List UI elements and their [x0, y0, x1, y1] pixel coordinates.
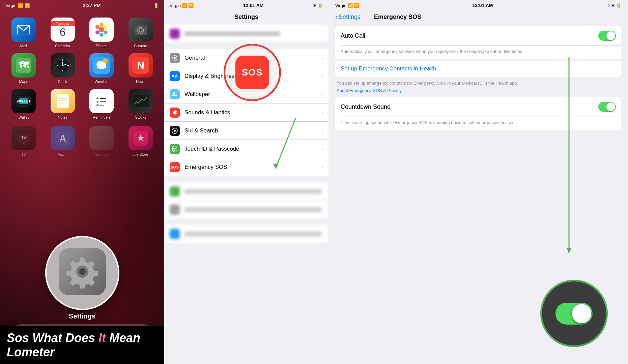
- app-stocks-label: Stocks: [135, 115, 146, 119]
- svg-point-41: [96, 104, 98, 106]
- svg-text:🗺: 🗺: [19, 60, 29, 70]
- wallet-icon: WALLET: [11, 89, 36, 113]
- pink-it-word: It: [98, 331, 106, 345]
- sos-carrier: Virgin: [335, 3, 346, 8]
- auto-call-label: Auto Call: [341, 32, 598, 39]
- p2-status-right: ✱ 🔋: [313, 3, 323, 8]
- p2-time: 12:01 AM: [243, 3, 264, 8]
- touchid-icon: [170, 144, 180, 154]
- svg-point-7: [99, 33, 104, 37]
- sos-red-circle: SOS: [224, 44, 281, 101]
- auto-call-toggle[interactable]: [598, 31, 616, 41]
- touchid-chevron: ›: [321, 146, 323, 152]
- p2-wifi: 🛜: [188, 3, 194, 8]
- settings-row-emergency-sos[interactable]: SOS Emergency SOS ›: [164, 158, 329, 176]
- panel-3-emergency-sos: Virgin 📶 🛜 12:01 AM ☽ ✱ 🔋 ‹ Settings Eme…: [329, 0, 628, 364]
- app-reminders[interactable]: Reminders: [85, 89, 119, 119]
- svg-line-72: [276, 118, 296, 169]
- app-settings-grid[interactable]: Settings: [85, 126, 119, 156]
- siri-icon: [170, 126, 180, 136]
- p2-blurred-icon: [170, 29, 180, 39]
- maps-icon: 🗺: [11, 53, 36, 78]
- sounds-icon: [170, 108, 180, 118]
- app-camera[interactable]: Camera: [124, 18, 158, 48]
- p2-blurred-row-3: ›: [164, 225, 329, 243]
- app-reminders-label: Reminders: [93, 115, 111, 119]
- p2-status-left: Virgin 📶 🛜: [170, 3, 194, 8]
- p2-blurred-row-1: ›: [164, 182, 329, 201]
- settings-row-touchid[interactable]: Touch ID & Passcode ›: [164, 140, 329, 158]
- p2-battery: 🔋: [318, 3, 323, 8]
- app-notes[interactable]: Notes: [46, 89, 80, 119]
- settings-circle-overlay: Settings: [45, 236, 119, 310]
- wallpaper-chevron: ›: [321, 91, 323, 97]
- auto-call-knob: [606, 31, 615, 40]
- section-gap-2: [164, 176, 329, 182]
- settings-circle: [45, 236, 119, 310]
- svg-point-28: [103, 59, 108, 63]
- green-arrow-container: [559, 54, 579, 264]
- p2-br1-text: [184, 189, 321, 194]
- sos-moon: ☽: [606, 3, 610, 8]
- wallpaper-icon: [170, 89, 180, 99]
- cal-day: 6: [60, 26, 66, 38]
- app-clock[interactable]: Clock: [46, 53, 80, 84]
- sos-back-button[interactable]: ‹ Settings: [335, 13, 361, 21]
- cal-month: Tuesday: [51, 21, 75, 26]
- carrier-label: Virgin: [5, 3, 17, 8]
- svg-text:N: N: [137, 60, 144, 71]
- p2-br3-text: [184, 232, 321, 236]
- svg-marker-75: [566, 248, 572, 253]
- sos-page-title: Emergency SOS: [374, 13, 421, 21]
- app-stocks[interactable]: Stocks: [124, 89, 158, 119]
- settings-row-sounds[interactable]: Sounds & Haptics ›: [164, 103, 329, 122]
- app-maps-label: Maps: [19, 80, 28, 84]
- sos-wifi: 🛜: [354, 3, 359, 8]
- sos-red-circle-overlay: SOS: [224, 44, 281, 101]
- toggle-large-knob: [572, 304, 591, 323]
- settings-gear-icon: [59, 248, 106, 295]
- app-camera-label: Camera: [134, 44, 147, 48]
- privacy-link-text: About Emergency SOS & Privacy: [337, 88, 402, 93]
- app-wallet-label: Wallet: [19, 115, 29, 119]
- green-circle-overlay: [540, 280, 608, 347]
- app-photos[interactable]: Photos: [85, 18, 119, 48]
- battery-icon: 🔋: [153, 3, 159, 8]
- svg-rect-38: [94, 94, 109, 109]
- sos-status-right: ☽ ✱ 🔋: [606, 3, 621, 8]
- p2-blurred-chevron: ›: [321, 31, 323, 37]
- signal-icon: 📶: [18, 3, 23, 8]
- auto-call-row: Auto Call: [335, 26, 621, 46]
- svg-point-6: [104, 30, 108, 34]
- clock-icon: [51, 53, 75, 78]
- reminders-icon: [89, 89, 114, 113]
- sos-arrow-container: [269, 115, 303, 177]
- svg-point-39: [96, 97, 98, 99]
- news-icon: N: [129, 53, 153, 78]
- app-calendar[interactable]: Tuesday 6 Calendar: [46, 18, 80, 48]
- display-icon: AA: [170, 71, 180, 81]
- app-weather[interactable]: Weather: [85, 53, 119, 84]
- app-news-label: News: [136, 80, 145, 84]
- app-maps[interactable]: 🗺 Maps: [7, 53, 40, 84]
- main-container: Virgin 📶 🛜 2:27 PM 🔋 Mail Tuesday: [0, 0, 628, 364]
- p2-br1-icon: [170, 186, 180, 196]
- p2-bluetooth: ✱: [313, 3, 317, 8]
- section-gap-3: [164, 219, 329, 225]
- calendar-icon: Tuesday 6: [51, 18, 75, 42]
- p2-blurred-row-3-wrap: ›: [164, 225, 329, 243]
- app-news[interactable]: N News: [124, 53, 158, 84]
- countdown-toggle[interactable]: [598, 102, 616, 112]
- settings-row-siri[interactable]: Siri & Search ›: [164, 122, 329, 140]
- p2-blurred-rows: › ›: [164, 182, 329, 219]
- p2-signal: 📶: [182, 3, 187, 8]
- svg-point-23: [62, 65, 63, 66]
- app-wallet[interactable]: WALLET Wallet: [7, 89, 40, 119]
- app-mail[interactable]: Mail: [7, 18, 40, 48]
- svg-point-69: [174, 130, 176, 132]
- app-photos-label: Photos: [96, 44, 107, 48]
- svg-point-5: [104, 25, 108, 29]
- weather-icon: [89, 53, 114, 78]
- p2-blurred-line: [184, 32, 280, 36]
- status-right: 🔋: [153, 3, 159, 8]
